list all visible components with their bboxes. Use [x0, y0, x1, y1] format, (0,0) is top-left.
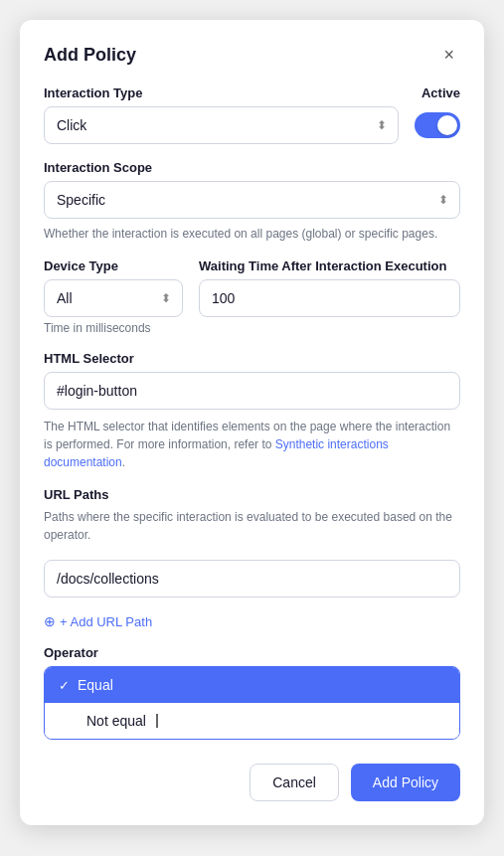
url-paths-section: URL Paths Paths where the specific inter… — [44, 487, 460, 605]
interaction-type-label: Interaction Type — [44, 86, 142, 100]
plus-circle-icon: ⊕ — [44, 613, 56, 629]
device-type-label: Device Type — [44, 258, 183, 273]
device-waiting-row: Device Type All Desktop Mobile Tablet ⬍ … — [44, 258, 460, 317]
waiting-time-input[interactable] — [199, 279, 460, 317]
active-toggle[interactable] — [415, 112, 460, 138]
interaction-type-row: Interaction Type Active — [44, 86, 460, 100]
interaction-scope-helper: Whether the interaction is executed on a… — [44, 225, 460, 243]
add-policy-button[interactable]: Add Policy — [351, 764, 460, 801]
html-selector-input[interactable] — [44, 372, 460, 410]
operator-label: Operator — [44, 645, 460, 660]
interaction-scope-label: Interaction Scope — [44, 160, 460, 175]
interaction-scope-section: Interaction Scope Global Specific ⬍ Whet… — [44, 160, 460, 243]
operator-section: Operator ✓ Equal Not equal — [44, 645, 460, 740]
device-type-select[interactable]: All Desktop Mobile Tablet — [44, 279, 183, 317]
footer-buttons: Cancel Add Policy — [44, 764, 460, 801]
html-selector-helper: The HTML selector that identifies elemen… — [44, 418, 460, 471]
operator-option-equal[interactable]: ✓ Equal — [45, 667, 459, 703]
url-path-input[interactable] — [44, 560, 460, 598]
html-selector-section: HTML Selector The HTML selector that ide… — [44, 351, 460, 471]
url-paths-helper: Paths where the specific interaction is … — [44, 508, 460, 544]
cancel-button[interactable]: Cancel — [250, 764, 339, 801]
waiting-time-col: Waiting Time After Interaction Execution — [199, 258, 460, 317]
operator-option-not-equal[interactable]: Not equal — [45, 703, 459, 739]
checkmark-icon: ✓ — [59, 678, 70, 693]
active-label: Active — [421, 86, 460, 100]
cursor-icon — [156, 714, 166, 728]
add-policy-modal: Add Policy × Interaction Type Active Cli… — [20, 20, 484, 825]
waiting-time-hint: Time in milliseconds — [44, 321, 460, 335]
close-button[interactable]: × — [437, 44, 460, 66]
modal-title: Add Policy — [44, 45, 136, 66]
add-url-path-button[interactable]: ⊕ + Add URL Path — [44, 613, 152, 629]
device-type-col: Device Type All Desktop Mobile Tablet ⬍ — [44, 258, 183, 317]
operator-dropdown[interactable]: ✓ Equal Not equal — [44, 666, 460, 740]
waiting-time-label: Waiting Time After Interaction Execution — [199, 258, 460, 273]
html-selector-label: HTML Selector — [44, 351, 460, 366]
modal-header: Add Policy × — [44, 44, 460, 66]
url-paths-label: URL Paths — [44, 487, 460, 502]
interaction-type-select[interactable]: Click Hover Focus Input — [44, 106, 399, 144]
interaction-scope-select[interactable]: Global Specific — [44, 181, 460, 219]
